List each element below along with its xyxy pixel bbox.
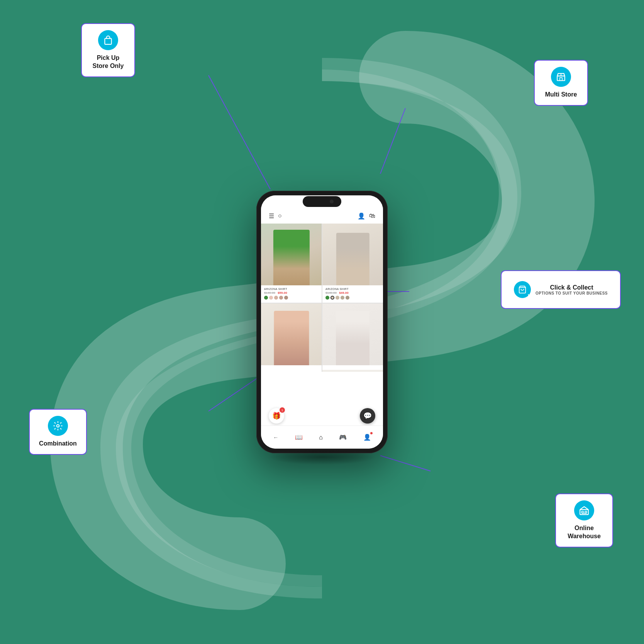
svg-rect-7 [580, 510, 588, 515]
svg-rect-0 [105, 39, 111, 44]
product-image-1 [261, 224, 322, 285]
bottom-navigation: ← 📖 ⌂ 🎮 👤 [261, 425, 383, 449]
sale-price-1: $59.00 [278, 291, 287, 295]
shopping-bag-icon [103, 35, 113, 45]
color-swatch [274, 296, 278, 300]
product-name-2: ARIZONA SHIRT [325, 288, 380, 290]
svg-rect-8 [582, 512, 583, 513]
phone-mockup: ☰ ○ 👤 🛍 ARIZONA SHIRT $149.00 [256, 191, 388, 453]
color-swatch [346, 296, 349, 300]
svg-rect-1 [557, 76, 565, 81]
gift-badge: 1 [280, 407, 285, 413]
sale-price-2: $49.00 [339, 291, 348, 295]
phone-device: ☰ ○ 👤 🛍 ARIZONA SHIRT $149.00 [256, 191, 388, 453]
original-price-1: $149.00 [264, 291, 275, 295]
phone-shadow [268, 449, 376, 465]
multistore-icon [551, 67, 571, 87]
game-nav-icon[interactable]: 🎮 [339, 434, 347, 441]
clickcollect-icon [514, 281, 531, 298]
product-info-4 [322, 365, 383, 370]
product-grid: ARIZONA SHIRT $149.00 $59.00 [261, 224, 383, 372]
color-swatch [284, 296, 288, 300]
cart-click-icon [518, 285, 527, 294]
color-swatch [264, 296, 268, 300]
svg-rect-2 [560, 78, 563, 81]
warehouse-label-text: Online Warehouse [564, 524, 605, 541]
warehouse-building-icon [579, 505, 589, 515]
hamburger-icon: ☰ [269, 212, 274, 220]
clickcollect-content: Click & Collect OPTIONS TO SUIT YOUR BUS… [508, 276, 614, 303]
multistore-connector [380, 108, 405, 174]
product-price-2: $149.00 $49.00 [325, 291, 380, 295]
gear-icon [53, 421, 63, 431]
clickcollect-title: Click & Collect [536, 284, 608, 291]
book-nav-icon[interactable]: 📖 [295, 434, 303, 441]
cursor-icon [527, 293, 532, 299]
pickup-label: Pick Up Store Only [81, 23, 135, 77]
pickup-icon [98, 30, 118, 50]
color-swatch [279, 296, 283, 300]
warehouse-connector [380, 456, 430, 471]
multistore-label: Multi Store [534, 60, 588, 106]
nav-badge [370, 432, 373, 434]
original-price-2: $149.00 [325, 291, 337, 295]
product-colors-3 [264, 369, 319, 370]
product-card-2: ARIZONA SHIRT $149.00 $49.00 [322, 224, 383, 303]
clickcollect-label: Click & Collect OPTIONS TO SUIT YOUR BUS… [501, 270, 621, 309]
product-card-3 [261, 303, 322, 372]
product-info-2: ARIZONA SHIRT $149.00 $49.00 [322, 285, 383, 303]
color-swatch [330, 296, 334, 300]
cart-icon: 🛍 [369, 212, 375, 220]
pickup-connector [208, 75, 270, 189]
back-nav-icon[interactable]: ← [273, 434, 278, 441]
color-swatch [341, 296, 344, 300]
product-image-2 [322, 224, 383, 285]
home-nav-icon[interactable]: ⌂ [319, 434, 323, 441]
gift-fab-button[interactable]: 🎁 1 [269, 408, 284, 424]
product-name-1: ARIZONA SHIRT [264, 288, 319, 290]
color-swatch [336, 296, 339, 300]
chat-fab-button[interactable]: 💬 [360, 408, 375, 424]
combination-icon [48, 416, 68, 436]
phone-screen: ☰ ○ 👤 🛍 ARIZONA SHIRT $149.00 [261, 195, 383, 449]
pickup-label-text: Pick Up Store Only [90, 54, 127, 70]
user-icon: 👤 [358, 212, 365, 220]
header-right-icons: 👤 🛍 [358, 212, 375, 220]
clickcollect-text: Click & Collect OPTIONS TO SUIT YOUR BUS… [536, 284, 608, 295]
store-icon [556, 72, 566, 82]
phone-notch [303, 196, 341, 207]
product-colors-1 [264, 296, 319, 301]
product-info-1: ARIZONA SHIRT $149.00 $59.00 [261, 285, 322, 303]
product-image-4 [322, 303, 383, 365]
combination-label-text: Combination [37, 440, 78, 448]
svg-rect-9 [585, 512, 586, 513]
color-swatch [325, 296, 329, 300]
product-colors-2 [325, 296, 380, 301]
product-card-4 [322, 303, 383, 372]
clickcollect-subtitle: OPTIONS TO SUIT YOUR BUSINESS [536, 291, 608, 295]
combination-label: Combination [29, 409, 87, 455]
svg-point-6 [57, 425, 59, 427]
product-image-3 [261, 303, 322, 365]
product-info-3 [261, 365, 322, 372]
color-swatch [269, 296, 273, 300]
warehouse-icon [574, 500, 594, 520]
header-left-icons: ☰ ○ [269, 212, 282, 220]
warehouse-label: Online Warehouse [555, 493, 613, 547]
product-card-1: ARIZONA SHIRT $149.00 $59.00 [261, 224, 322, 303]
profile-nav-icon[interactable]: 👤 [363, 434, 371, 441]
product-price-1: $149.00 $59.00 [264, 291, 319, 295]
multistore-label-text: Multi Store [542, 91, 580, 99]
search-icon: ○ [278, 212, 282, 220]
